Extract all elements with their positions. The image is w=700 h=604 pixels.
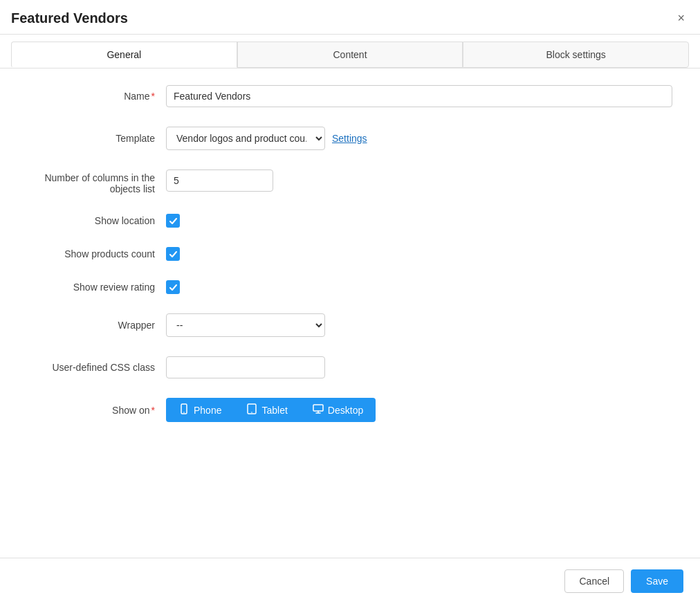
show-products-count-row: Show products count bbox=[28, 247, 672, 261]
tablet-icon bbox=[246, 403, 257, 417]
modal-header: Featured Vendors × bbox=[0, 0, 700, 35]
template-row: Template Vendor logos and product cou...… bbox=[28, 127, 672, 150]
show-on-label: Show on* bbox=[28, 405, 166, 416]
settings-link[interactable]: Settings bbox=[332, 133, 367, 144]
show-on-row: Show on* Phone bbox=[28, 398, 672, 422]
css-class-row: User-defined CSS class bbox=[28, 356, 672, 378]
tab-content[interactable]: Content bbox=[237, 42, 463, 68]
columns-row: Number of columns in the objects list bbox=[28, 170, 672, 194]
svg-point-3 bbox=[252, 412, 253, 413]
tab-general[interactable]: General bbox=[11, 42, 237, 68]
wrapper-select[interactable]: -- bbox=[166, 313, 325, 337]
cancel-button[interactable]: Cancel bbox=[564, 569, 624, 593]
css-class-label: User-defined CSS class bbox=[28, 362, 166, 373]
name-input[interactable] bbox=[166, 85, 672, 107]
show-location-checkbox[interactable] bbox=[166, 214, 180, 228]
css-class-input[interactable] bbox=[166, 356, 325, 378]
show-products-count-checkbox[interactable] bbox=[166, 247, 180, 261]
show-on-tablet-button[interactable]: Tablet bbox=[234, 398, 300, 422]
modal-footer: Cancel Save bbox=[0, 558, 700, 604]
svg-rect-4 bbox=[313, 405, 323, 411]
name-row: Name* bbox=[28, 85, 672, 107]
svg-point-1 bbox=[183, 412, 185, 413]
wrapper-row: Wrapper -- bbox=[28, 313, 672, 337]
show-review-rating-row: Show review rating bbox=[28, 280, 672, 294]
wrapper-label: Wrapper bbox=[28, 320, 166, 331]
show-on-group: Phone Tablet bbox=[166, 398, 376, 422]
tabs-bar: General Content Block settings bbox=[0, 35, 700, 68]
close-button[interactable]: × bbox=[673, 10, 689, 27]
name-label: Name* bbox=[28, 91, 166, 102]
tab-block-settings[interactable]: Block settings bbox=[463, 42, 689, 68]
modal-container: Featured Vendors × General Content Block… bbox=[0, 0, 700, 604]
show-on-phone-button[interactable]: Phone bbox=[166, 398, 234, 422]
template-label: Template bbox=[28, 133, 166, 144]
columns-input[interactable] bbox=[166, 170, 273, 192]
phone-icon bbox=[178, 403, 190, 417]
columns-label: Number of columns in the objects list bbox=[28, 170, 166, 194]
show-on-desktop-button[interactable]: Desktop bbox=[300, 398, 376, 422]
show-location-row: Show location bbox=[28, 214, 672, 228]
show-products-count-label: Show products count bbox=[28, 248, 166, 259]
desktop-icon bbox=[313, 403, 324, 417]
modal-title: Featured Vendors bbox=[11, 10, 128, 26]
show-location-label: Show location bbox=[28, 215, 166, 226]
show-review-rating-label: Show review rating bbox=[28, 282, 166, 293]
show-review-rating-checkbox[interactable] bbox=[166, 280, 180, 294]
modal-body: Name* Template Vendor logos and product … bbox=[0, 68, 700, 558]
save-button[interactable]: Save bbox=[631, 569, 683, 593]
template-select[interactable]: Vendor logos and product cou... bbox=[166, 127, 325, 150]
